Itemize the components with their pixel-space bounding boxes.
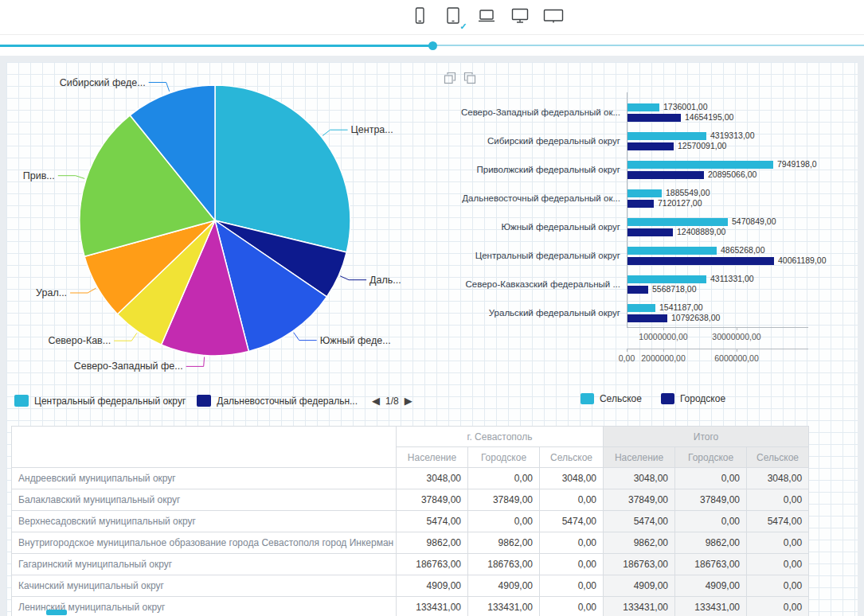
selected-check-icon: ✓ (459, 22, 467, 31)
pie-slice-label: Южный феде... (320, 335, 391, 346)
value-cell: 0,00 (747, 489, 809, 511)
table-scrollbar-thumb[interactable] (46, 610, 67, 615)
value-cell: 133431,00 (397, 597, 468, 616)
table-row: Гагаринский муниципальный округ186763,00… (12, 554, 809, 575)
data-table-widget[interactable]: г. Севастополь Итого Население Городское… (11, 426, 808, 616)
pie-slice-label: Прив... (23, 170, 55, 181)
bar-x-axis-rural (627, 349, 808, 349)
phone-icon (411, 6, 428, 29)
slider-track-filled[interactable] (0, 45, 432, 47)
slider-thumb[interactable] (428, 41, 437, 50)
scale-slider[interactable] (0, 35, 864, 56)
rural-bar[interactable] (627, 247, 717, 255)
value-cell: 37849,00 (675, 489, 747, 511)
device-widescreen-button[interactable] (541, 6, 565, 29)
col-header: Городское (468, 447, 540, 468)
pie-label-line (58, 176, 84, 179)
legend-item-central[interactable]: Центральный федеральный округ (14, 395, 186, 407)
axis-tick-label: 10000000,00 (627, 332, 699, 341)
value-cell: 0,00 (747, 597, 809, 616)
legend-item-rural[interactable]: Сельское (581, 393, 642, 404)
bar-category-label: Приволжский федеральный округ (434, 155, 620, 184)
table-group-header-row: г. Севастополь Итого (12, 427, 809, 447)
rural-bar[interactable] (627, 304, 655, 312)
value-cell: 0,00 (540, 597, 604, 616)
bar-chart: Северо-Западный федеральный ок...1736001… (434, 70, 858, 388)
row-name-cell: Ленинский муниципальный округ (12, 597, 397, 616)
bar-category-label: Дальневосточный федеральный ок... (434, 184, 620, 212)
pie-chart-widget[interactable]: Центра...Даль...Южный феде...Северо-Запа… (11, 64, 441, 419)
axis-tick-label: 6000000,00 (701, 353, 772, 363)
bar-chart-widget[interactable]: Северо-Западный федеральный ок...1736001… (434, 70, 858, 425)
slider-track-rest[interactable] (432, 45, 864, 46)
legend-item-urban[interactable]: Городское (661, 393, 725, 404)
device-phone-button[interactable] (408, 6, 432, 29)
value-cell: 0,00 (468, 511, 540, 532)
row-name-cell: Балаклавский муниципальный округ (12, 489, 397, 511)
urban-bar-value: 12408889,00 (677, 228, 725, 236)
legend-swatch (197, 395, 211, 407)
table-row: Андреевский муниципальный округ3048,000,… (12, 468, 809, 489)
rural-bar-value: 4319313,00 (710, 131, 754, 140)
pie-legend: Центральный федеральный округ Дальневост… (14, 395, 438, 407)
row-name-cell: Андреевский муниципальный округ (12, 468, 397, 489)
value-cell: 0,00 (468, 468, 540, 489)
urban-bar-value: 7120127,00 (658, 199, 702, 208)
pager-prev-button[interactable]: ◀ (372, 396, 380, 406)
axis-tick (627, 349, 627, 352)
rural-bar-value: 4865268,00 (721, 246, 764, 255)
rural-bar[interactable] (627, 103, 659, 111)
rural-bar[interactable] (627, 218, 728, 226)
pie-slice-label: Центра... (351, 124, 393, 135)
value-cell: 9862,00 (397, 532, 468, 554)
col-header: Население (604, 447, 675, 468)
legend-item-fareast[interactable]: Дальневосточный федеральн... (197, 395, 358, 407)
legend-label: Сельское (600, 393, 642, 404)
value-cell: 4909,00 (675, 575, 747, 597)
value-cell: 186763,00 (468, 554, 540, 575)
rural-bar[interactable] (627, 161, 773, 169)
rural-bar-value: 1736001,00 (663, 103, 707, 111)
value-cell: 4909,00 (604, 575, 675, 597)
legend-swatch (581, 393, 594, 404)
axis-tick (737, 349, 737, 352)
urban-bar[interactable] (627, 257, 774, 265)
urban-bar[interactable] (627, 171, 704, 179)
value-cell: 9862,00 (675, 532, 747, 554)
rural-bar-value: 1885549,00 (666, 189, 710, 197)
axis-tick-label: 2000000,00 (627, 353, 699, 363)
value-cell: 133431,00 (468, 597, 540, 616)
device-monitor-button[interactable] (508, 6, 532, 29)
urban-bar[interactable] (627, 200, 654, 208)
app-root: ✓ Центр (0, 0, 864, 616)
device-tablet-button[interactable]: ✓ (441, 6, 465, 29)
device-laptop-button[interactable] (475, 6, 498, 29)
laptop-icon (476, 6, 497, 29)
col-header: Городское (675, 447, 747, 468)
value-cell: 0,00 (540, 489, 604, 511)
table-row: Верхнесадовский муниципальный округ5474,… (12, 511, 809, 532)
legend-label: Центральный федеральный округ (34, 396, 186, 407)
value-cell: 5474,00 (604, 511, 675, 532)
urban-bar[interactable] (627, 228, 673, 236)
urban-bar[interactable] (627, 314, 667, 322)
table-row: Качинский муниципальный округ4909,004909… (12, 575, 809, 597)
legend-label: Городское (680, 393, 725, 404)
urban-bar[interactable] (627, 114, 681, 122)
rural-bar[interactable] (627, 275, 706, 283)
value-cell: 9862,00 (604, 532, 675, 554)
urban-bar[interactable] (627, 142, 674, 150)
device-buttons: ✓ (408, 6, 565, 29)
value-cell: 0,00 (540, 532, 604, 554)
value-cell: 0,00 (675, 511, 747, 532)
group-header-sevastopol: г. Севастополь (397, 427, 604, 447)
bar-category-label: Южный федеральный округ (434, 212, 620, 241)
rural-bar[interactable] (627, 189, 662, 197)
value-cell: 0,00 (747, 554, 809, 575)
row-name-cell: Внутригородское муниципальное образовани… (12, 532, 397, 554)
pager-next-button[interactable]: ▶ (405, 396, 412, 406)
urban-bar[interactable] (627, 286, 648, 294)
rural-bar[interactable] (627, 132, 706, 140)
value-cell: 0,00 (747, 532, 809, 554)
group-header-total: Итого (604, 427, 809, 447)
